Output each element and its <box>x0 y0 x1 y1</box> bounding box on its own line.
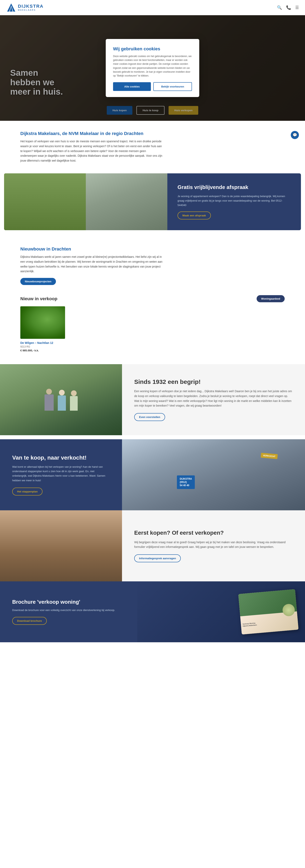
hero-section: Wij gebruiken cookies Deze website gebru… <box>0 15 305 121</box>
verkoop-section: Nieuw in verkoop Woningaanbod De Wilgen … <box>0 291 305 360</box>
people-figure <box>38 383 84 417</box>
brochure-section: Brochure 'verkoop woning' Download de br… <box>0 581 305 642</box>
appointment-body: Je woning of appartement verkopen? Dan i… <box>177 194 291 208</box>
informatiegesprek-button[interactable]: Informatiegesprek aanvragen <box>134 554 181 562</box>
kopen-img-inner <box>0 510 122 581</box>
brochure-title: Brochure 'verkoop woning' <box>12 599 125 605</box>
verkoop-title: Nieuw in verkoop <box>20 296 57 302</box>
make-appointment-button[interactable]: Maak een afspraak <box>177 212 211 219</box>
view-preferences-button[interactable]: Bekijk voorkeuren <box>153 82 192 91</box>
verkocht-content: Van te koop, naar verkocht! Wat komt er … <box>0 439 122 510</box>
phone-icon[interactable]: 📞 <box>286 5 291 10</box>
nieuwbouw-body: Dijkstra Makelaars werkt al jaren samen … <box>20 254 163 274</box>
accept-all-cookies-button[interactable]: Alle cookies <box>113 82 151 91</box>
verkocht-img-inner: DIJKSTRA(0512)54 40 40 VERKOCHT <box>122 439 305 510</box>
since-section: Sinds 1932 een begrip! Een woning kopen … <box>0 364 305 435</box>
cookie-actions: Alle cookies Bekijk voorkeuren <box>113 82 192 91</box>
verkocht-badge: VERKOCHT <box>261 453 278 459</box>
kopen-section: Eerst kopen? Of eerst verkopen? Wij begr… <box>0 510 305 581</box>
kopen-content: Eerst kopen? Of eerst verkopen? Wij begr… <box>122 510 305 581</box>
cookie-title: Wij gebruiken cookies <box>113 46 192 52</box>
since-title: Sinds 1932 een begrip! <box>134 378 293 385</box>
brochure-body: Download de brochure voor een volledig o… <box>12 608 125 613</box>
brochure-visual: Verkoop WoningDijkstra Makelaars <box>238 589 299 634</box>
since-image <box>0 364 122 435</box>
stappenplan-button[interactable]: Het stappenplan <box>12 488 43 496</box>
property-image-inner <box>20 306 65 339</box>
property-postal: 9213 RG <box>20 345 65 348</box>
property-image <box>20 306 65 339</box>
cookie-overlay: Wij gebruiken cookies Deze website gebru… <box>0 15 305 121</box>
appointment-content: Gratis vrijblijvende afspraak Je woning … <box>167 173 301 230</box>
menu-icon[interactable]: ☰ <box>295 5 299 10</box>
verkocht-section: Van te koop, naar verkocht! Wat komt er … <box>0 439 305 510</box>
site-header: DIJKSTRA MAKELAARS 🔍 📞 ☰ <box>0 0 305 15</box>
brochure-visual-text: Verkoop WoningDijkstra Makelaars <box>242 622 257 627</box>
intro-title: Dijkstra Makelaars, de NVM Makelaar in d… <box>20 131 163 136</box>
kopen-title: Eerst kopen? Of eerst verkopen? <box>134 529 293 536</box>
logo[interactable]: DIJKSTRA MAKELAARS <box>6 2 44 12</box>
verkocht-title: Van te koop, naar verkocht! <box>12 454 110 461</box>
download-brochure-button[interactable]: Download brochure <box>12 617 47 625</box>
nieuwbouwprojecten-button[interactable]: Nieuwbouwprojecten <box>20 278 56 285</box>
verkocht-image: DIJKSTRA(0512)54 40 40 VERKOCHT <box>122 439 305 510</box>
kopen-body: Wij begrijpen deze vraag maar al te goed… <box>134 540 293 550</box>
intro-wrapper: Dijkstra Makelaars, de NVM Makelaar in d… <box>0 121 305 173</box>
appointment-images: DIJKSTRA(0512)54 40 40 <box>4 173 167 230</box>
verkocht-dijkstra-sign: DIJKSTRA(0512)54 40 40 <box>177 475 195 489</box>
since-body: Een woning kopen of verkopen doe je niet… <box>134 389 293 408</box>
appointment-image-1: DIJKSTRA(0512)54 40 40 <box>4 173 86 230</box>
cookie-body: Deze website gebruikt cookies om het geb… <box>113 54 192 78</box>
logo-text: DIJKSTRA MAKELAARS <box>18 4 44 11</box>
since-people-visual <box>0 364 122 435</box>
intro-body: Het kopen of verkopen van een huis is vo… <box>20 139 163 163</box>
logo-icon <box>6 2 16 12</box>
brochure-content: Brochure 'verkoop woning' Download de br… <box>0 581 137 642</box>
cookie-banner: Wij gebruiken cookies Deze website gebru… <box>106 39 199 97</box>
appointment-image-2 <box>86 173 168 230</box>
logo-sub: MAKELAARS <box>18 9 44 11</box>
nieuwbouw-title: Nieuwbouw in Drachten <box>20 246 285 252</box>
since-content: Sinds 1932 een begrip! Een woning kopen … <box>122 364 305 435</box>
appointment-section: DIJKSTRA(0512)54 40 40 Gratis vrijblijve… <box>4 173 301 230</box>
header-nav-icons: 🔍 📞 ☰ <box>277 5 299 10</box>
chat-bubble-button[interactable]: 💬 <box>291 131 299 139</box>
appointment-title: Gratis vrijblijvende afspraak <box>177 184 291 190</box>
property-card[interactable]: De Wilgen – Nachtlan 12 9213 RG € 985.00… <box>20 306 65 352</box>
kopen-image <box>0 510 122 581</box>
woningaanbod-button[interactable]: Woningaanbod <box>257 295 285 302</box>
person-1 <box>45 389 54 411</box>
person-2 <box>58 390 66 411</box>
verkocht-body: Wat komt er allemaal kijken bij het verk… <box>12 465 110 483</box>
even-voorstellen-button[interactable]: Even voorstellen <box>134 413 165 421</box>
verkoop-header: Nieuw in verkoop Woningaanbod <box>20 295 285 302</box>
brochure-image: Verkoop WoningDijkstra Makelaars <box>137 581 305 642</box>
intro-section: Dijkstra Makelaars, de NVM Makelaar in d… <box>0 121 183 173</box>
property-price: € 985.000,- k.k. <box>20 349 65 352</box>
logo-brand: DIJKSTRA <box>18 4 44 9</box>
nieuwbouw-section: Nieuwbouw in Drachten Dijkstra Makelaars… <box>0 238 305 291</box>
dijkstra-sign: DIJKSTRA(0512)54 40 40 <box>12 208 27 219</box>
person-3 <box>70 390 78 411</box>
property-name: De Wilgen – Nachtlan 12 <box>20 341 65 344</box>
search-icon[interactable]: 🔍 <box>277 5 282 10</box>
